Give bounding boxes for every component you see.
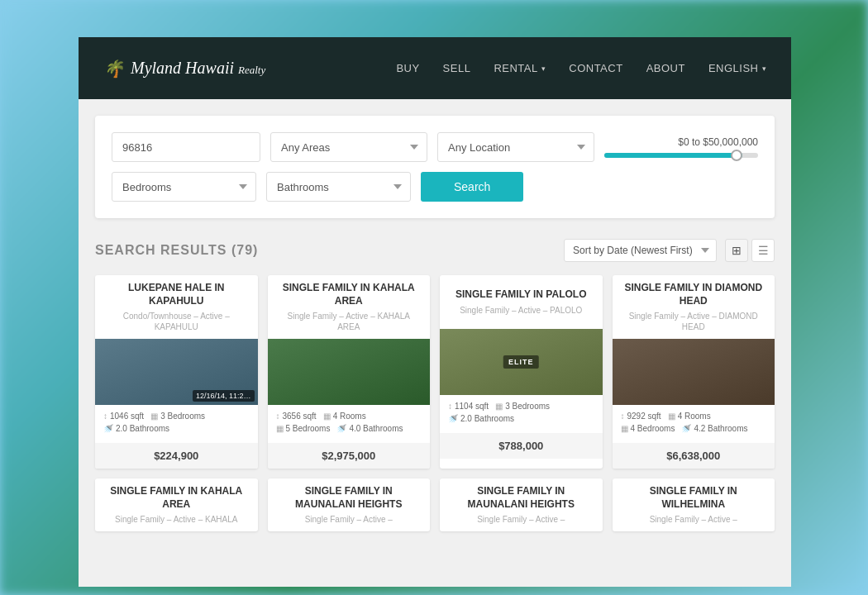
english-chevron-icon: ▾: [762, 64, 767, 73]
card-subtitle: Single Family – Active – DIAMOND HEAD: [621, 311, 767, 332]
card-title: SINGLE FAMILY IN WILHELMINA: [621, 485, 767, 511]
nav-buy[interactable]: BUY: [396, 62, 419, 74]
bathrooms-value: 4.2 Bathrooms: [694, 424, 747, 433]
sqft-icon: ↕: [621, 412, 625, 421]
nav-english[interactable]: ENGLISH ▾: [708, 62, 766, 74]
rooms-value: 4 Rooms: [678, 412, 711, 421]
bathrooms-detail: 🚿 2.0 Bathrooms: [103, 424, 169, 433]
results-header: SEARCH RESULTS (79) Sort by Date (Newest…: [95, 239, 775, 262]
property-card-1[interactable]: SINGLE FAMILY IN KAHALA AREA Single Fami…: [268, 275, 431, 469]
card-subtitle: Single Family – Active –: [276, 514, 422, 525]
property-card-bottom-2[interactable]: SINGLE FAMILY IN MAUNALANI HEIGHTS Singl…: [440, 478, 603, 531]
card-header: SINGLE FAMILY IN KAHALA AREA Single Fami…: [268, 275, 431, 339]
card-header: SINGLE FAMILY IN MAUNALANI HEIGHTS Singl…: [440, 478, 603, 531]
elite-badge: ELITE: [503, 355, 539, 369]
property-card-bottom-0[interactable]: SINGLE FAMILY IN KAHALA AREA Single Fami…: [95, 478, 258, 531]
property-card-bottom-1[interactable]: SINGLE FAMILY IN MAUNALANI HEIGHTS Singl…: [268, 478, 431, 531]
sqft-detail: ↕ 3656 sqft: [276, 412, 317, 421]
bathrooms-value: 4.0 Bathrooms: [349, 424, 403, 433]
rooms-icon: ▦: [668, 412, 675, 421]
property-card-3[interactable]: SINGLE FAMILY IN DIAMOND HEAD Single Fam…: [613, 275, 775, 469]
sqft-value: 1046 sqft: [110, 412, 144, 421]
sqft-icon: ↕: [448, 402, 452, 411]
property-card-bottom-3[interactable]: SINGLE FAMILY IN WILHELMINA Single Famil…: [613, 478, 775, 531]
card-subtitle: Single Family – Active –: [448, 514, 594, 525]
bedrooms-detail: ▦ 4 Bedrooms: [621, 424, 675, 433]
rooms-icon: ▦: [495, 402, 503, 411]
card-price: $6,638,000: [613, 443, 775, 469]
nav-rental-label: RENTAL: [494, 62, 537, 74]
bath-icon: 🚿: [336, 424, 346, 433]
card-title: SINGLE FAMILY IN PALOLO: [448, 288, 594, 302]
site-header: 🌴 Myland Hawaii Realty BUY SELL RENTAL ▾…: [79, 37, 791, 99]
detail-row-1: ↕ 1046 sqft ▦ 3 Bedrooms: [103, 412, 250, 421]
sqft-value: 3656 sqft: [283, 412, 317, 421]
bath-icon: 🚿: [103, 424, 113, 433]
bathrooms-detail: 🚿 2.0 Bathrooms: [448, 414, 514, 423]
sqft-value: 9292 sqft: [627, 412, 661, 421]
logo-name: Myland Hawaii: [131, 59, 234, 77]
main-container: 🌴 Myland Hawaii Realty BUY SELL RENTAL ▾…: [79, 37, 791, 587]
bedrooms-detail: ▦ 5 Bedrooms: [276, 424, 331, 433]
nav-english-label: ENGLISH: [708, 62, 759, 74]
card-title: SINGLE FAMILY IN MAUNALANI HEIGHTS: [276, 485, 422, 511]
location-select[interactable]: Any Location: [437, 132, 594, 162]
bathrooms-value: 2.0 Bathrooms: [116, 424, 169, 433]
detail-row-1: ↕ 9292 sqft ▦ 4 Rooms: [621, 412, 767, 421]
price-range: $0 to $50,000,000: [604, 136, 758, 158]
nav-sell[interactable]: SELL: [443, 62, 471, 74]
bedrooms-value: 5 Bedrooms: [286, 424, 331, 433]
bathrooms-value: 2.0 Bathrooms: [460, 414, 514, 423]
card-title: SINGLE FAMILY IN KAHALA AREA: [103, 485, 250, 511]
zip-input[interactable]: [112, 132, 260, 162]
grid-view-button[interactable]: ⊞: [725, 239, 748, 262]
sqft-icon: ↕: [276, 412, 280, 421]
areas-select[interactable]: Any Areas: [270, 132, 427, 162]
nav-contact[interactable]: CONTACT: [569, 62, 622, 74]
sqft-detail: ↕ 1104 sqft: [448, 402, 489, 411]
site-logo: 🌴 Myland Hawaii Realty: [103, 59, 396, 79]
sort-select[interactable]: Sort by Date (Newest First): [564, 239, 717, 262]
card-title: SINGLE FAMILY IN MAUNALANI HEIGHTS: [448, 485, 594, 511]
bedrooms-select[interactable]: Bedrooms: [112, 172, 256, 202]
rooms-icon: ▦: [323, 412, 331, 421]
bed-icon: ▦: [621, 424, 628, 433]
list-view-button[interactable]: ☰: [751, 239, 775, 262]
detail-row-2: ▦ 5 Bedrooms 🚿 4.0 Bathrooms: [276, 424, 422, 433]
card-subtitle: Single Family – Active – KAHALA AREA: [276, 311, 422, 332]
nav-rental[interactable]: RENTAL ▾: [494, 62, 546, 74]
bedrooms-value: 4 Bedrooms: [631, 424, 675, 433]
sqft-icon: ↕: [103, 412, 107, 421]
card-price: $224,900: [95, 443, 258, 469]
card-price: $788,000: [440, 433, 603, 459]
detail-row-2: ▦ 4 Bedrooms 🚿 4.2 Bathrooms: [621, 424, 767, 433]
property-grid: LUKEPANE HALE IN KAPAHULU Condo/Townhous…: [95, 275, 775, 531]
card-subtitle: Condo/Townhouse – Active – KAPAHULU: [103, 311, 250, 332]
rooms-detail: ▦ 3 Bedrooms: [150, 412, 205, 421]
price-slider-fill: [604, 153, 742, 158]
property-card-0[interactable]: LUKEPANE HALE IN KAPAHULU Condo/Townhous…: [95, 275, 258, 469]
price-label: $0 to $50,000,000: [604, 136, 758, 148]
card-image: [268, 339, 431, 405]
bathrooms-select[interactable]: Bathrooms: [266, 172, 411, 202]
view-toggle: ⊞ ☰: [725, 239, 775, 262]
detail-row-1: ↕ 3656 sqft ▦ 4 Rooms: [276, 412, 422, 421]
card-subtitle: Single Family – Active –: [621, 514, 767, 525]
card-timestamp: 12/16/14, 11:2…: [193, 390, 255, 402]
detail-row-1: ↕ 1104 sqft ▦ 3 Bedrooms: [448, 402, 594, 411]
rental-chevron-icon: ▾: [541, 64, 546, 73]
card-image: ELITE: [440, 329, 603, 395]
property-card-2[interactable]: SINGLE FAMILY IN PALOLO Single Family – …: [440, 275, 603, 469]
results-controls: Sort by Date (Newest First) ⊞ ☰: [564, 239, 775, 262]
bathrooms-detail: 🚿 4.2 Bathrooms: [681, 424, 747, 433]
sqft-value: 1104 sqft: [455, 402, 489, 411]
card-title: SINGLE FAMILY IN KAHALA AREA: [276, 282, 422, 307]
card-title: SINGLE FAMILY IN DIAMOND HEAD: [621, 282, 767, 307]
search-button[interactable]: Search: [421, 172, 523, 202]
rooms-value: 3 Bedrooms: [160, 412, 205, 421]
nav-about[interactable]: ABOUT: [646, 62, 685, 74]
card-subtitle: Single Family – Active – PALOLO: [448, 305, 594, 316]
detail-row-2: 🚿 2.0 Bathrooms: [103, 424, 250, 433]
price-slider-thumb[interactable]: [731, 150, 742, 161]
card-header: SINGLE FAMILY IN MAUNALANI HEIGHTS Singl…: [268, 478, 431, 531]
